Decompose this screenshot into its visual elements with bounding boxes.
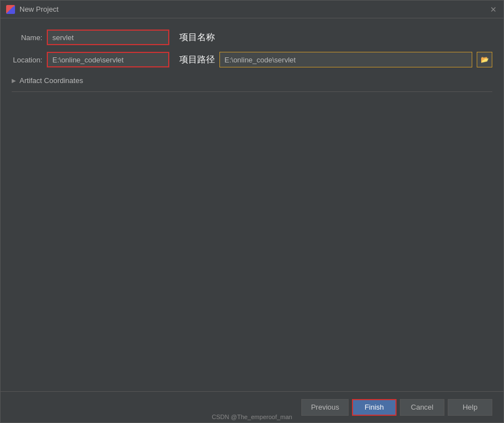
separator bbox=[12, 91, 492, 92]
artifact-arrow-icon: ▶ bbox=[12, 77, 16, 84]
finish-button[interactable]: Finish bbox=[352, 399, 397, 416]
folder-icon: 📂 bbox=[481, 56, 489, 64]
location-annotation: 项目路径 bbox=[179, 54, 215, 66]
title-bar: New Project ✕ bbox=[1, 1, 503, 18]
name-annotation: 项目名称 bbox=[179, 32, 215, 43]
content-area: Name: 项目名称 Location: 项目路径 📂 ▶ Artifact C… bbox=[1, 18, 503, 391]
title-bar-left: New Project bbox=[6, 5, 58, 14]
location-input-full[interactable] bbox=[219, 52, 472, 67]
previous-button[interactable]: Previous bbox=[301, 399, 349, 416]
close-button[interactable]: ✕ bbox=[489, 5, 498, 14]
name-label: Name: bbox=[12, 33, 42, 42]
new-project-dialog: New Project ✕ Name: 项目名称 Location: 项目路径 … bbox=[0, 0, 504, 423]
location-row: Location: 项目路径 📂 bbox=[12, 52, 492, 67]
idea-icon bbox=[6, 5, 15, 14]
artifact-label: Artifact Coordinates bbox=[19, 76, 83, 85]
browse-button[interactable]: 📂 bbox=[477, 52, 492, 67]
cancel-button[interactable]: Cancel bbox=[400, 399, 444, 416]
help-button[interactable]: Help bbox=[448, 399, 492, 416]
footer: Previous Finish Cancel Help CSDN @The_em… bbox=[1, 391, 503, 422]
name-input-wrapper bbox=[47, 30, 169, 45]
dialog-title: New Project bbox=[19, 5, 58, 13]
artifact-section[interactable]: ▶ Artifact Coordinates bbox=[12, 74, 492, 87]
location-label: Location: bbox=[12, 56, 42, 64]
location-input-wrapper bbox=[47, 52, 169, 67]
name-input[interactable] bbox=[47, 30, 169, 45]
location-input-short[interactable] bbox=[47, 52, 169, 67]
watermark: CSDN @The_emperoof_man bbox=[212, 414, 292, 420]
name-row: Name: 项目名称 bbox=[12, 30, 492, 45]
